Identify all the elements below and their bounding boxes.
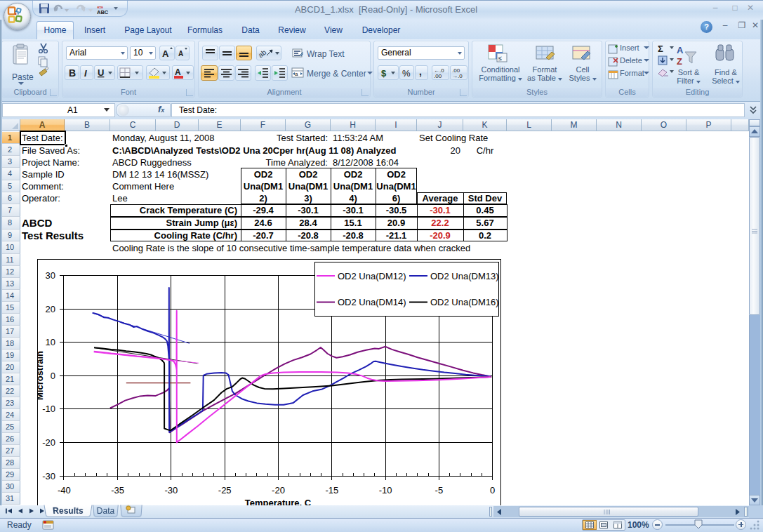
svg-text:B: B	[69, 67, 76, 79]
svg-text:U: U	[98, 67, 104, 78]
svg-text:$: $	[381, 68, 387, 79]
svg-text:,: ,	[419, 66, 422, 77]
svg-text:-15: -15	[325, 485, 338, 496]
svg-text:A: A	[178, 50, 183, 58]
svg-text:%: %	[402, 68, 411, 79]
svg-text:OD2 Una(DM13): OD2 Una(DM13)	[430, 271, 499, 281]
svg-text:-5: -5	[435, 485, 444, 496]
svg-text:≤: ≤	[498, 55, 502, 62]
svg-text:30: 30	[46, 270, 55, 281]
svg-text:-30: -30	[165, 485, 178, 496]
svg-text:-30: -30	[42, 471, 55, 481]
svg-text:Z: Z	[677, 56, 682, 67]
svg-text:OD2 Una(DM14): OD2 Una(DM14)	[338, 297, 406, 307]
svg-text:-35: -35	[111, 485, 124, 496]
svg-text:-10: -10	[42, 404, 55, 414]
svg-text:-40: -40	[58, 485, 71, 496]
svg-text:ab: ab	[257, 48, 268, 59]
svg-text:I: I	[84, 68, 87, 79]
svg-text:0: 0	[490, 485, 495, 496]
svg-text:A: A	[677, 45, 684, 55]
svg-text:20: 20	[46, 304, 55, 314]
svg-text:-20: -20	[42, 437, 55, 448]
svg-text:a: a	[295, 71, 298, 77]
svg-text:Temperature, C: Temperature, C	[245, 498, 312, 505]
svg-text:OD2 Una(DM12): OD2 Una(DM12)	[338, 271, 406, 281]
svg-text:-25: -25	[218, 485, 232, 496]
svg-text:OD2 Una(DM16): OD2 Una(DM16)	[430, 297, 499, 307]
svg-text:A: A	[175, 67, 181, 77]
svg-text:0: 0	[51, 371, 55, 381]
svg-text:Microstrain: Microstrain	[37, 351, 45, 400]
svg-text:-10: -10	[379, 485, 392, 496]
svg-text:ABC: ABC	[97, 9, 109, 15]
svg-text:10: 10	[46, 337, 55, 347]
svg-text:-20: -20	[272, 485, 285, 496]
svg-text:→.0: →.0	[452, 73, 463, 79]
svg-text:Σ: Σ	[658, 44, 663, 54]
svg-text:A: A	[162, 48, 169, 59]
svg-text:.00: .00	[434, 73, 442, 79]
